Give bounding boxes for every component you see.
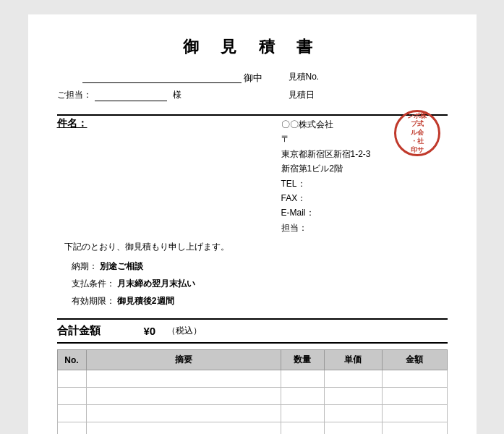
company-fax: FAX：: [281, 191, 448, 205]
col-header-price: 単価: [324, 350, 382, 370]
info-left: 納期： 別途ご相談 支払条件： 月末締め翌月末払い 有効期限： 御見積後2週間: [57, 258, 448, 310]
mitsumori-hi-row: 見積日: [289, 89, 448, 101]
table-cell-0-0: [57, 370, 86, 388]
table-cell-3-2: [281, 422, 324, 434]
stamp-circle: ンポ株プ式ル会・社印サ: [394, 110, 440, 156]
table-cell-0-4: [382, 370, 447, 388]
info-noki-label: 納期：: [72, 261, 98, 271]
recipient-section: 御中: [57, 72, 289, 86]
table-cell-2-3: [324, 405, 382, 422]
table-body: [57, 370, 447, 434]
table-cell-1-4: [382, 388, 447, 405]
col-header-no: No.: [57, 350, 86, 370]
section-divider-1: [57, 114, 448, 116]
mitsumori-no-section: 見積No.: [289, 71, 448, 86]
table-header: No. 摘要 数量 単価 金額: [57, 350, 447, 370]
kenban-label: 件名：: [57, 117, 87, 129]
tantou-section: ご担当： 様: [57, 89, 181, 101]
col-header-amount: 金額: [382, 350, 447, 370]
table-cell-1-0: [57, 388, 86, 405]
table-cell-3-1: [86, 422, 281, 434]
info-yuukou-value: 御見積後2週間: [117, 296, 174, 306]
document-title: 御 見 積 書: [57, 36, 448, 58]
info-noki-value: 別途ご相談: [100, 261, 143, 271]
table-header-row: No. 摘要 数量 単価 金額: [57, 350, 447, 370]
table-row: [57, 388, 447, 405]
info-shiharai-label: 支払条件：: [72, 278, 115, 289]
info-shiharai: 支払条件： 月末締め翌月末払い: [72, 275, 448, 292]
company-email: E-Mail：: [281, 205, 448, 220]
mitsumori-hi-section: 見積日: [289, 89, 448, 109]
info-yuukou: 有効期限： 御見積後2週間: [72, 292, 448, 310]
table-cell-1-3: [324, 388, 382, 405]
table-cell-1-2: [281, 388, 324, 405]
company-tel: TEL：: [281, 176, 448, 191]
info-shiharai-value: 月末締め翌月末払い: [117, 278, 195, 289]
info-grid: 納期： 別途ご相談 支払条件： 月末締め翌月末払い 有効期限： 御見積後2週間: [57, 258, 448, 310]
col-header-qty: 数量: [281, 350, 324, 370]
gochu-label: 御中: [57, 72, 289, 85]
table-cell-2-1: [86, 405, 281, 422]
table-cell-3-4: [382, 422, 447, 434]
col-header-summary: 摘要: [86, 350, 281, 370]
gochu-text: 御中: [244, 72, 262, 83]
table-row: [57, 370, 447, 388]
tantou-label: ご担当：: [57, 89, 92, 101]
info-noki: 納期： 別途ご相談: [72, 258, 448, 275]
total-tax: （税込）: [167, 325, 202, 337]
table-cell-3-3: [324, 422, 382, 434]
table-cell-0-3: [324, 370, 382, 388]
company-block-section: 〇〇株式会社 〒 東京都新宿区新宿1-2-3 新宿第1ビル2階 TEL： FAX…: [281, 117, 448, 235]
mitsumori-no-row: 見積No.: [289, 71, 448, 83]
header-section: 御中 見積No.: [57, 71, 448, 86]
table-cell-2-0: [57, 405, 86, 422]
company-stamp: ンポ株プ式ル会・社印サ: [394, 110, 440, 156]
kenban-row: 件名： 〇〇株式会社 〒 東京都新宿区新宿1-2-3 新宿第1ビル2階 TEL：…: [57, 117, 448, 235]
table-cell-0-1: [86, 370, 281, 388]
sama-label: 様: [173, 89, 181, 101]
items-table-wrapper: No. 摘要 数量 単価 金額: [57, 349, 448, 434]
items-table: No. 摘要 数量 単価 金額: [57, 349, 448, 434]
table-cell-2-4: [382, 405, 447, 422]
table-row: [57, 405, 447, 422]
stamp-text: ンポ株プ式ル会・社印サ: [407, 112, 427, 154]
total-amount: ¥0: [144, 325, 156, 337]
table-cell-0-2: [281, 370, 324, 388]
total-row: 合計金額 ¥0 （税込）: [57, 318, 448, 344]
recipient-line: [82, 82, 242, 83]
table-cell-3-0: [57, 422, 86, 434]
company-address2: 新宿第1ビル2階: [281, 161, 448, 176]
table-row: [57, 422, 447, 434]
table-cell-1-1: [86, 388, 281, 405]
table-cell-2-2: [281, 405, 324, 422]
kenban-left: 件名：: [57, 117, 281, 235]
tantou-line: [95, 101, 167, 101]
document-page: 御 見 積 書 御中 見積No. ご担当： 様 見積日 件名：: [28, 14, 477, 434]
info-yuukou-label: 有効期限：: [72, 296, 115, 306]
company-tantou: 担当：: [281, 221, 448, 235]
total-label: 合計金額: [57, 324, 101, 338]
shita-row: 下記のとおり、御見積もり申し上げます。: [57, 241, 448, 253]
